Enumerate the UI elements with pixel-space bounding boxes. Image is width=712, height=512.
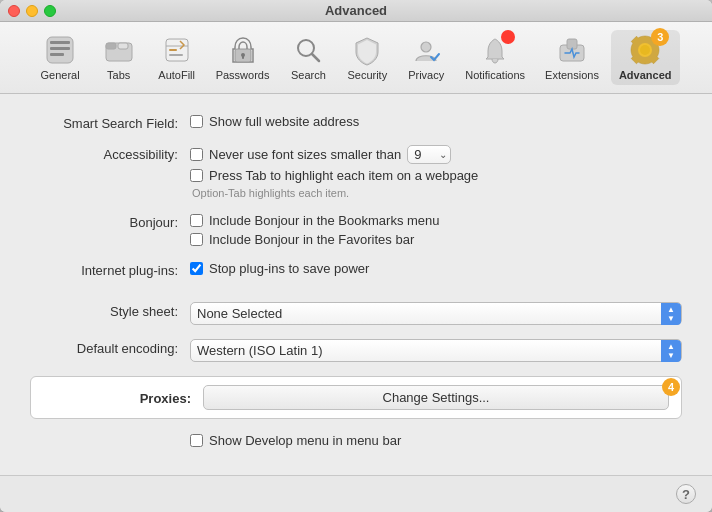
accessibility-hint: Option-Tab highlights each item. — [192, 187, 682, 199]
tab-highlight-row: Press Tab to highlight each item on a we… — [190, 168, 682, 183]
accessibility-controls: Never use font sizes smaller than 9 ⌄ Pr… — [190, 145, 682, 199]
maximize-button[interactable] — [44, 5, 56, 17]
encoding-arrows: ▲ ▼ — [661, 340, 681, 362]
accessibility-row: Accessibility: Never use font sizes smal… — [30, 145, 682, 199]
tabs-icon — [103, 34, 135, 66]
smart-search-checkbox[interactable] — [190, 115, 203, 128]
bonjour-favorites-row: Include Bonjour in the Favorites bar — [190, 232, 682, 247]
notifications-label: Notifications — [465, 69, 525, 81]
bonjour-bookmarks-checkbox[interactable] — [190, 214, 203, 227]
develop-label: Show Develop menu in menu bar — [209, 433, 401, 448]
bottom-bar: ? — [0, 475, 712, 512]
svg-rect-3 — [50, 53, 64, 56]
plugins-controls: Stop plug-ins to save power — [190, 261, 682, 276]
privacy-icon — [410, 34, 442, 66]
help-button[interactable]: ? — [676, 484, 696, 504]
toolbar-item-extensions[interactable]: Extensions — [537, 30, 607, 85]
bonjour-label: Bonjour: — [30, 213, 190, 230]
passwords-icon — [227, 34, 259, 66]
window-title: Advanced — [325, 3, 387, 18]
plugins-checkbox[interactable] — [190, 262, 203, 275]
proxies-row: Proxies: Change Settings... 4 — [30, 376, 682, 419]
arrow-down: ▼ — [667, 315, 675, 323]
svg-line-15 — [312, 54, 319, 61]
settings-content: Smart Search Field: Show full website ad… — [0, 94, 712, 475]
toolbar-item-autofill[interactable]: AutoFill — [150, 30, 204, 85]
svg-point-16 — [421, 42, 431, 52]
tab-highlight-checkbox[interactable] — [190, 169, 203, 182]
toolbar: General Tabs — [0, 22, 712, 94]
develop-checkbox-row: Show Develop menu in menu bar — [190, 433, 682, 448]
bonjour-favorites-checkbox[interactable] — [190, 233, 203, 246]
arrow-up: ▲ — [667, 306, 675, 314]
toolbar-item-security[interactable]: Security — [339, 30, 395, 85]
encoding-value: Western (ISO Latin 1) — [197, 343, 651, 358]
font-size-label: Never use font sizes smaller than — [209, 147, 401, 162]
advanced-badge: 3 — [651, 28, 669, 46]
passwords-label: Passwords — [216, 69, 270, 81]
search-label: Search — [291, 69, 326, 81]
tab-highlight-label: Press Tab to highlight each item on a we… — [209, 168, 478, 183]
close-button[interactable] — [8, 5, 20, 17]
svg-rect-6 — [118, 43, 128, 49]
encoding-arrows-inner: ▲ ▼ — [667, 343, 675, 360]
autofill-icon — [161, 34, 193, 66]
accessibility-label: Accessibility: — [30, 145, 190, 162]
font-size-arrow: ⌄ — [439, 149, 447, 160]
develop-controls: Show Develop menu in menu bar — [190, 433, 682, 448]
preferences-window: Advanced General — [0, 0, 712, 512]
stylesheet-arrows-inner: ▲ ▼ — [667, 306, 675, 323]
toolbar-item-passwords[interactable]: Passwords — [208, 30, 278, 85]
stylesheet-value: None Selected — [197, 306, 651, 321]
security-icon — [351, 34, 383, 66]
minimize-button[interactable] — [26, 5, 38, 17]
develop-checkbox[interactable] — [190, 434, 203, 447]
develop-row: Show Develop menu in menu bar — [190, 433, 682, 448]
font-size-dropdown[interactable]: 9 ⌄ — [407, 145, 451, 164]
notifications-badge — [501, 30, 515, 44]
plugins-row: Internet plug-ins: Stop plug-ins to save… — [30, 261, 682, 278]
extensions-label: Extensions — [545, 69, 599, 81]
font-size-value: 9 — [414, 147, 421, 162]
general-icon — [44, 34, 76, 66]
proxies-badge: 4 — [662, 378, 680, 396]
proxies-btn-label: Change Settings... — [383, 390, 490, 405]
bonjour-bookmarks-row: Include Bonjour in the Bookmarks menu — [190, 213, 682, 228]
svg-rect-13 — [242, 55, 244, 59]
advanced-icon: 3 — [629, 34, 661, 66]
proxies-label: Proxies: — [43, 389, 203, 406]
plugins-checkbox-label: Stop plug-ins to save power — [209, 261, 369, 276]
encoding-row: Default encoding: Western (ISO Latin 1) … — [30, 339, 682, 362]
proxies-change-button[interactable]: Change Settings... 4 — [203, 385, 669, 410]
search-icon — [292, 34, 324, 66]
stylesheet-controls: None Selected ▲ ▼ — [190, 302, 682, 325]
encoding-dropdown[interactable]: Western (ISO Latin 1) ▲ ▼ — [190, 339, 682, 362]
toolbar-item-general[interactable]: General — [33, 30, 88, 85]
font-size-row: Never use font sizes smaller than 9 ⌄ — [190, 145, 682, 164]
bonjour-bookmarks-label: Include Bonjour in the Bookmarks menu — [209, 213, 440, 228]
smart-search-controls: Show full website address — [190, 114, 682, 129]
tabs-label: Tabs — [107, 69, 130, 81]
advanced-label: Advanced — [619, 69, 672, 81]
plugins-checkbox-row: Stop plug-ins to save power — [190, 261, 682, 276]
toolbar-item-advanced[interactable]: 3 Advanced — [611, 30, 680, 85]
svg-rect-2 — [50, 47, 70, 50]
stylesheet-label: Style sheet: — [30, 302, 190, 319]
font-size-checkbox[interactable] — [190, 148, 203, 161]
proxies-controls: Change Settings... 4 — [203, 385, 669, 410]
bonjour-controls: Include Bonjour in the Bookmarks menu In… — [190, 213, 682, 247]
toolbar-item-privacy[interactable]: Privacy — [399, 30, 453, 85]
autofill-label: AutoFill — [158, 69, 195, 81]
toolbar-item-search[interactable]: Search — [281, 30, 335, 85]
traffic-lights — [8, 5, 56, 17]
titlebar: Advanced — [0, 0, 712, 22]
toolbar-item-notifications[interactable]: Notifications — [457, 30, 533, 85]
smart-search-row: Smart Search Field: Show full website ad… — [30, 114, 682, 131]
security-label: Security — [347, 69, 387, 81]
stylesheet-dropdown[interactable]: None Selected ▲ ▼ — [190, 302, 682, 325]
svg-rect-1 — [50, 41, 70, 44]
separator-1 — [30, 292, 682, 302]
privacy-label: Privacy — [408, 69, 444, 81]
extensions-icon — [556, 34, 588, 66]
toolbar-item-tabs[interactable]: Tabs — [92, 30, 146, 85]
